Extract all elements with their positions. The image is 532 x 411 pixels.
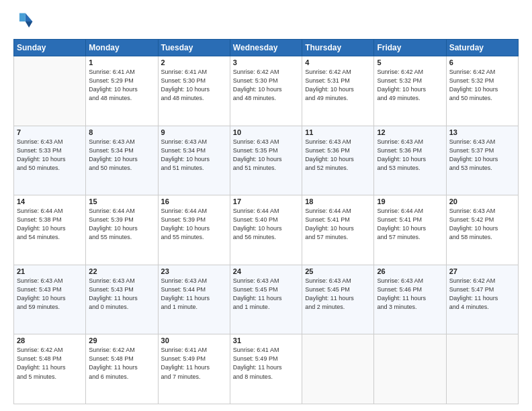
day-number: 16 [161,197,227,205]
calendar-cell: 15Sunrise: 6:44 AM Sunset: 5:39 PM Dayli… [86,195,158,265]
calendar-cell: 20Sunrise: 6:43 AM Sunset: 5:42 PM Dayli… [446,195,518,265]
day-number: 5 [377,58,443,66]
calendar-cell: 24Sunrise: 6:43 AM Sunset: 5:45 PM Dayli… [230,265,302,334]
day-info: Sunrise: 6:43 AM Sunset: 5:46 PM Dayligh… [377,277,443,312]
day-info: Sunrise: 6:44 AM Sunset: 5:39 PM Dayligh… [89,207,154,242]
day-number: 17 [233,197,299,205]
calendar-cell: 13Sunrise: 6:43 AM Sunset: 5:37 PM Dayli… [446,126,518,195]
day-info: Sunrise: 6:43 AM Sunset: 5:43 PM Dayligh… [17,277,83,312]
day-info: Sunrise: 6:44 AM Sunset: 5:39 PM Dayligh… [161,207,227,242]
day-info: Sunrise: 6:43 AM Sunset: 5:35 PM Dayligh… [233,138,299,173]
day-info: Sunrise: 6:43 AM Sunset: 5:42 PM Dayligh… [449,207,515,242]
day-number: 24 [233,267,299,275]
day-info: Sunrise: 6:44 AM Sunset: 5:41 PM Dayligh… [377,207,443,242]
day-number: 3 [233,58,299,66]
day-info: Sunrise: 6:41 AM Sunset: 5:49 PM Dayligh… [161,346,227,381]
day-number: 23 [161,267,227,275]
day-number: 2 [161,58,227,66]
day-number: 15 [89,197,154,205]
calendar-cell: 9Sunrise: 6:43 AM Sunset: 5:34 PM Daylig… [158,126,230,195]
calendar-cell: 14Sunrise: 6:44 AM Sunset: 5:38 PM Dayli… [14,195,86,265]
day-number: 29 [89,336,154,345]
day-info: Sunrise: 6:44 AM Sunset: 5:41 PM Dayligh… [305,207,371,242]
day-info: Sunrise: 6:42 AM Sunset: 5:47 PM Dayligh… [449,277,515,312]
day-info: Sunrise: 6:42 AM Sunset: 5:30 PM Dayligh… [233,68,299,103]
day-number: 1 [89,58,154,66]
day-number: 9 [161,128,227,136]
day-info: Sunrise: 6:43 AM Sunset: 5:36 PM Dayligh… [377,138,443,173]
day-number: 11 [305,128,371,136]
calendar-cell: 29Sunrise: 6:42 AM Sunset: 5:48 PM Dayli… [86,334,158,404]
day-number: 12 [377,128,443,136]
day-info: Sunrise: 6:43 AM Sunset: 5:36 PM Dayligh… [305,138,371,173]
calendar-cell: 11Sunrise: 6:43 AM Sunset: 5:36 PM Dayli… [302,126,374,195]
calendar-cell: 1Sunrise: 6:41 AM Sunset: 5:29 PM Daylig… [86,56,158,126]
day-number: 26 [377,267,443,275]
day-info: Sunrise: 6:42 AM Sunset: 5:48 PM Dayligh… [17,346,83,381]
day-number: 21 [17,267,83,275]
calendar-cell: 19Sunrise: 6:44 AM Sunset: 5:41 PM Dayli… [374,195,446,265]
day-info: Sunrise: 6:41 AM Sunset: 5:29 PM Dayligh… [89,68,154,103]
calendar-cell: 10Sunrise: 6:43 AM Sunset: 5:35 PM Dayli… [230,126,302,195]
day-number: 13 [449,128,515,136]
calendar-row-2: 14Sunrise: 6:44 AM Sunset: 5:38 PM Dayli… [14,195,519,265]
day-number: 18 [305,197,371,205]
day-info: Sunrise: 6:41 AM Sunset: 5:30 PM Dayligh… [161,68,227,103]
calendar-cell: 17Sunrise: 6:44 AM Sunset: 5:40 PM Dayli… [230,195,302,265]
day-number: 8 [89,128,154,136]
calendar-header-monday: Monday [86,40,158,56]
calendar-cell: 30Sunrise: 6:41 AM Sunset: 5:49 PM Dayli… [158,334,230,404]
day-info: Sunrise: 6:41 AM Sunset: 5:49 PM Dayligh… [233,346,299,381]
calendar-row-1: 7Sunrise: 6:43 AM Sunset: 5:33 PM Daylig… [14,126,519,195]
calendar-row-3: 21Sunrise: 6:43 AM Sunset: 5:43 PM Dayli… [14,265,519,334]
day-number: 7 [17,128,83,136]
day-number: 31 [233,336,299,345]
calendar-cell: 16Sunrise: 6:44 AM Sunset: 5:39 PM Dayli… [158,195,230,265]
day-info: Sunrise: 6:42 AM Sunset: 5:32 PM Dayligh… [449,68,515,103]
page: SundayMondayTuesdayWednesdayThursdayFrid… [0,0,532,411]
calendar-cell: 26Sunrise: 6:43 AM Sunset: 5:46 PM Dayli… [374,265,446,334]
svg-marker-0 [26,13,33,21]
day-info: Sunrise: 6:44 AM Sunset: 5:38 PM Dayligh… [17,207,83,242]
day-info: Sunrise: 6:43 AM Sunset: 5:33 PM Dayligh… [17,138,83,173]
day-number: 27 [449,267,515,275]
svg-marker-1 [26,21,33,28]
day-info: Sunrise: 6:43 AM Sunset: 5:43 PM Dayligh… [89,277,154,312]
calendar-cell: 7Sunrise: 6:43 AM Sunset: 5:33 PM Daylig… [14,126,86,195]
calendar-cell: 21Sunrise: 6:43 AM Sunset: 5:43 PM Dayli… [14,265,86,334]
calendar-cell [374,334,446,404]
calendar-cell: 28Sunrise: 6:42 AM Sunset: 5:48 PM Dayli… [14,334,86,404]
calendar-cell: 2Sunrise: 6:41 AM Sunset: 5:30 PM Daylig… [158,56,230,126]
day-number: 19 [377,197,443,205]
calendar-header-row: SundayMondayTuesdayWednesdayThursdayFrid… [14,40,519,56]
day-info: Sunrise: 6:43 AM Sunset: 5:45 PM Dayligh… [233,277,299,312]
calendar-header-thursday: Thursday [302,40,374,56]
calendar-header-tuesday: Tuesday [158,40,230,56]
calendar-table: SundayMondayTuesdayWednesdayThursdayFrid… [13,39,519,404]
calendar-cell: 25Sunrise: 6:43 AM Sunset: 5:45 PM Dayli… [302,265,374,334]
day-number: 6 [449,58,515,66]
calendar-cell [302,334,374,404]
calendar-cell: 31Sunrise: 6:41 AM Sunset: 5:49 PM Dayli… [230,334,302,404]
day-info: Sunrise: 6:42 AM Sunset: 5:31 PM Dayligh… [305,68,371,103]
logo [13,11,39,32]
day-info: Sunrise: 6:43 AM Sunset: 5:45 PM Dayligh… [305,277,371,312]
calendar-cell: 22Sunrise: 6:43 AM Sunset: 5:43 PM Dayli… [86,265,158,334]
day-number: 10 [233,128,299,136]
day-info: Sunrise: 6:43 AM Sunset: 5:37 PM Dayligh… [449,138,515,173]
day-info: Sunrise: 6:43 AM Sunset: 5:34 PM Dayligh… [89,138,154,173]
calendar-cell: 5Sunrise: 6:42 AM Sunset: 5:32 PM Daylig… [374,56,446,126]
calendar-header-friday: Friday [374,40,446,56]
day-number: 20 [449,197,515,205]
day-number: 25 [305,267,371,275]
day-number: 22 [89,267,154,275]
calendar-header-saturday: Saturday [446,40,518,56]
calendar-cell: 6Sunrise: 6:42 AM Sunset: 5:32 PM Daylig… [446,56,518,126]
day-number: 30 [161,336,227,345]
calendar-cell: 23Sunrise: 6:43 AM Sunset: 5:44 PM Dayli… [158,265,230,334]
logo-icon [13,11,35,32]
calendar-cell: 18Sunrise: 6:44 AM Sunset: 5:41 PM Dayli… [302,195,374,265]
calendar-header-wednesday: Wednesday [230,40,302,56]
calendar-row-4: 28Sunrise: 6:42 AM Sunset: 5:48 PM Dayli… [14,334,519,404]
day-info: Sunrise: 6:42 AM Sunset: 5:48 PM Dayligh… [89,346,154,381]
